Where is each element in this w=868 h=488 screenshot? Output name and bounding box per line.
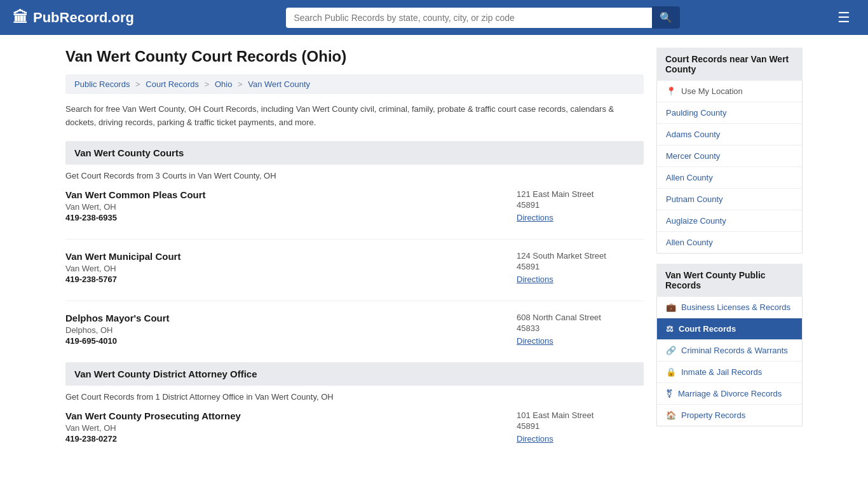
sidebar-item-label: Paulding County (666, 108, 726, 118)
court-right-1: 124 South Market Street 45891 Directions (517, 251, 644, 284)
page-title: Van Wert County Court Records (Ohio) (65, 48, 644, 65)
public-records-section-title: Van Wert County Public Records (656, 264, 803, 297)
sidebar-item-label: Allen County (666, 238, 713, 247)
search-button[interactable]: 🔍 (652, 6, 680, 29)
sidebar-item-adams[interactable]: Adams County (657, 124, 802, 146)
courts-section-subtext: Get Court Records from 3 Courts in Van W… (65, 171, 644, 180)
da-name-0: Van Wert County Prosecuting Attorney (65, 410, 517, 421)
court-name-0: Van Wert Common Pleas Court (65, 189, 517, 200)
court-zip-0: 45891 (517, 200, 644, 210)
court-right-2: 608 North Canal Street 45833 Directions (517, 313, 644, 346)
court-zip-2: 45833 (517, 323, 644, 333)
sidebar: Court Records near Van Wert County 📍 Use… (656, 48, 803, 460)
breadcrumb-ohio[interactable]: Ohio (215, 79, 232, 89)
breadcrumb-van-wert[interactable]: Van Wert County (248, 79, 310, 89)
court-zip-1: 45891 (517, 262, 644, 271)
marriage-icon: ⚧ (666, 389, 673, 398)
breadcrumb: Public Records > Court Records > Ohio > … (65, 74, 644, 94)
court-address-1: 124 South Market Street (517, 251, 644, 261)
search-bar: 🔍 (286, 6, 680, 29)
criminal-icon: 🔗 (666, 346, 676, 355)
breadcrumb-public-records[interactable]: Public Records (74, 79, 130, 89)
sidebar-item-label: Auglaize County (666, 216, 726, 226)
search-icon: 🔍 (660, 12, 672, 23)
court-entry-0: Van Wert Common Pleas Court Van Wert, OH… (65, 189, 644, 225)
divider-2 (65, 301, 644, 301)
court-phone-0: 419-238-6935 (65, 213, 517, 222)
breadcrumb-sep-2: > (205, 79, 212, 89)
court-left-1: Van Wert Municipal Court Van Wert, OH 41… (65, 251, 517, 284)
da-zip-0: 45891 (517, 421, 644, 431)
sidebar-item-label: Court Records (679, 324, 736, 334)
main-content: Van Wert County Court Records (Ohio) Pub… (65, 48, 644, 460)
da-phone-0: 419-238-0272 (65, 434, 517, 444)
sidebar-item-auglaize[interactable]: Auglaize County (657, 210, 802, 232)
sidebar-item-label: Adams County (666, 130, 720, 139)
sidebar-item-label: Putnam County (666, 194, 723, 204)
court-entry-2: Delphos Mayor's Court Delphos, OH 419-69… (65, 313, 644, 348)
court-directions-1[interactable]: Directions (517, 274, 553, 284)
search-input[interactable] (286, 8, 652, 28)
court-directions-0[interactable]: Directions (517, 213, 553, 222)
sidebar-item-court-records[interactable]: ⚖ Court Records (657, 318, 802, 340)
logo-text: PubRecord.org (33, 10, 134, 26)
public-records-list: 💼 Business Licenses & Records ⚖ Court Re… (656, 297, 803, 426)
court-location-0: Van Wert, OH (65, 202, 517, 212)
court-directions-2[interactable]: Directions (517, 336, 553, 346)
court-location-2: Delphos, OH (65, 325, 517, 335)
sidebar-item-label: Allen County (666, 173, 713, 182)
menu-button[interactable]: ☰ (832, 7, 855, 29)
location-icon: 📍 (666, 86, 676, 96)
da-directions-0[interactable]: Directions (517, 434, 553, 444)
da-address-0: 101 East Main Street (517, 410, 644, 420)
court-phone-1: 419-238-5767 (65, 274, 517, 284)
court-left-2: Delphos Mayor's Court Delphos, OH 419-69… (65, 313, 517, 346)
sidebar-item-allen-1[interactable]: Allen County (657, 167, 802, 189)
da-section-subtext: Get Court Records from 1 District Attorn… (65, 392, 644, 402)
sidebar-item-label: Property Records (681, 410, 745, 420)
court-icon: ⚖ (666, 324, 674, 334)
divider-1 (65, 239, 644, 240)
page-description: Search for free Van Wert County, OH Cour… (65, 103, 644, 130)
use-location-label: Use My Location (681, 86, 743, 96)
court-left-0: Van Wert Common Pleas Court Van Wert, OH… (65, 189, 517, 222)
sidebar-item-inmate-records[interactable]: 🔒 Inmate & Jail Records (657, 362, 802, 383)
sidebar-item-putnam[interactable]: Putnam County (657, 189, 802, 210)
sidebar-item-marriage-records[interactable]: ⚧ Marriage & Divorce Records (657, 383, 802, 405)
court-phone-2: 419-695-4010 (65, 336, 517, 346)
da-location-0: Van Wert, OH (65, 423, 517, 433)
court-entry-1: Van Wert Municipal Court Van Wert, OH 41… (65, 251, 644, 287)
court-address-0: 121 East Main Street (517, 189, 644, 199)
sidebar-item-business-licenses[interactable]: 💼 Business Licenses & Records (657, 297, 802, 318)
site-header: 🏛 PubRecord.org 🔍 ☰ (0, 0, 868, 35)
da-entry-0: Van Wert County Prosecuting Attorney Van… (65, 410, 644, 446)
court-location-1: Van Wert, OH (65, 264, 517, 273)
sidebar-item-paulding[interactable]: Paulding County (657, 102, 802, 124)
breadcrumb-court-records[interactable]: Court Records (146, 79, 199, 89)
logo-icon: 🏛 (13, 9, 28, 27)
breadcrumb-sep-3: > (238, 79, 245, 89)
sidebar-item-label: Business Licenses & Records (681, 302, 790, 312)
sidebar-use-location[interactable]: 📍 Use My Location (657, 81, 802, 102)
court-right-0: 121 East Main Street 45891 Directions (517, 189, 644, 222)
sidebar-item-mercer[interactable]: Mercer County (657, 146, 802, 167)
business-icon: 💼 (666, 302, 676, 312)
sidebar-item-label: Criminal Records & Warrants (681, 346, 788, 355)
court-name-1: Van Wert Municipal Court (65, 251, 517, 262)
nearby-section-title: Court Records near Van Wert County (656, 48, 803, 81)
sidebar-item-allen-2[interactable]: Allen County (657, 232, 802, 253)
sidebar-item-criminal-records[interactable]: 🔗 Criminal Records & Warrants (657, 340, 802, 362)
sidebar-item-property-records[interactable]: 🏠 Property Records (657, 405, 802, 426)
sidebar-item-label: Mercer County (666, 151, 720, 161)
site-logo[interactable]: 🏛 PubRecord.org (13, 9, 134, 27)
nearby-list: 📍 Use My Location Paulding County Adams … (656, 81, 803, 254)
property-icon: 🏠 (666, 410, 676, 420)
breadcrumb-sep-1: > (135, 79, 142, 89)
da-left-0: Van Wert County Prosecuting Attorney Van… (65, 410, 517, 444)
courts-section-header: Van Wert County Courts (65, 141, 644, 165)
court-address-2: 608 North Canal Street (517, 313, 644, 322)
sidebar-item-label: Marriage & Divorce Records (678, 389, 782, 398)
da-right-0: 101 East Main Street 45891 Directions (517, 410, 644, 444)
court-name-2: Delphos Mayor's Court (65, 313, 517, 323)
da-section-header: Van Wert County District Attorney Office (65, 362, 644, 386)
